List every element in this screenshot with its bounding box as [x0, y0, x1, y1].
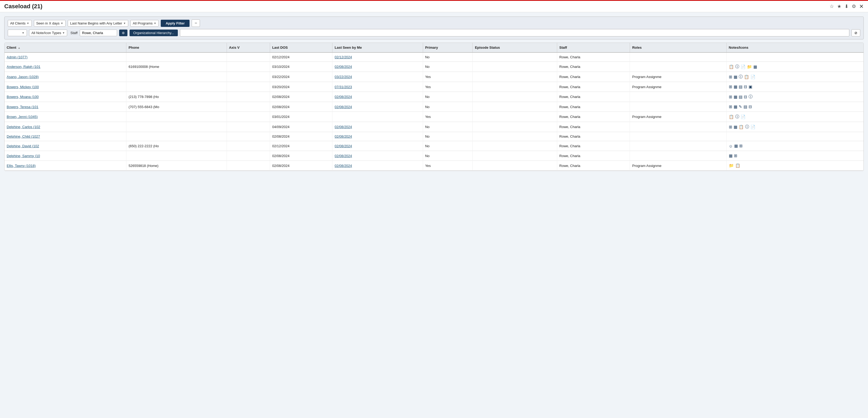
last-seen-link[interactable]: 02/08/2024 — [335, 164, 352, 168]
cell-axis-v — [226, 132, 270, 141]
col-last-seen[interactable]: Last Seen by Me — [333, 43, 423, 53]
staff-input[interactable] — [80, 30, 117, 36]
building-icon[interactable]: ⊞ — [729, 75, 732, 79]
org-hierarchy-button[interactable]: Organizational Hierarchy... — [130, 30, 178, 36]
building-icon[interactable]: ⊞ — [729, 104, 732, 109]
last-seen-link[interactable]: 02/08/2024 — [335, 125, 352, 129]
staff-funnel-button[interactable]: ⊛ — [119, 30, 127, 36]
clipboard-icon[interactable]: 📋 — [729, 64, 734, 69]
clipboard2-icon[interactable]: 📄 — [741, 114, 746, 119]
programs-dropdown[interactable]: All Programs ▼ — [130, 20, 159, 27]
folder-icon[interactable]: 📁 — [747, 64, 752, 69]
building-icon[interactable]: ⊞ — [729, 95, 732, 99]
last-seen-link[interactable]: 02/08/2024 — [335, 144, 352, 148]
building-icon[interactable]: ⊞ — [734, 153, 737, 158]
client-link[interactable]: Ellis, Tawny (1018) — [7, 164, 36, 168]
info-icon[interactable]: ⓘ — [749, 94, 752, 99]
last-seen-link[interactable]: 02/08/2024 — [335, 134, 352, 138]
cell-notes-icons: ⊞▦▤⊟▣ — [726, 82, 864, 92]
client-link[interactable]: Delphine, Carlos (102 — [7, 125, 40, 129]
last-seen-link[interactable]: 02/08/2024 — [335, 95, 352, 99]
client-link[interactable]: Asano, Jason (1028) — [7, 75, 39, 79]
collapse-button[interactable]: − — [192, 20, 200, 27]
filter-row-2: ▼ All Note/Icon Types ▼ Staff ⊛ Organiza… — [8, 29, 860, 36]
last-seen-link[interactable]: 02/08/2024 — [335, 154, 352, 158]
col-last-dos[interactable]: Last DOS — [270, 43, 332, 53]
clipboard2-icon[interactable]: 📄 — [750, 125, 755, 129]
clipboard-icon[interactable]: 📋 — [735, 163, 740, 168]
client-link[interactable]: Bowers, Moana (100 — [7, 95, 39, 99]
grid-icon[interactable]: ▦ — [734, 75, 737, 79]
lastname-dropdown[interactable]: Last Name Begins with Any Letter ▼ — [68, 20, 128, 27]
blank-dropdown[interactable]: ▼ — [8, 30, 27, 36]
grid-icon[interactable]: ▦ — [734, 104, 737, 109]
close-icon[interactable]: ✕ — [859, 3, 864, 9]
last-seen-link[interactable]: 02/08/2024 — [335, 65, 352, 69]
folder-icon[interactable]: 📁 — [729, 163, 734, 168]
clipboard2-icon[interactable]: 📄 — [741, 64, 746, 69]
clipboard-icon[interactable]: 📋 — [739, 125, 744, 129]
building2-icon[interactable]: ⊟ — [744, 84, 747, 89]
col-notes-icons[interactable]: Notes/Icons — [726, 43, 864, 53]
pin-icon[interactable]: ✎ — [739, 104, 742, 109]
apply-filter-button[interactable]: Apply Filter — [161, 20, 190, 27]
client-link[interactable]: Anderson, Ralph (101 — [7, 65, 40, 69]
col-episode-status[interactable]: Episode Status — [473, 43, 557, 53]
client-link[interactable]: Delphine, Sammy (10 — [7, 154, 40, 158]
download-icon[interactable]: ⬇ — [844, 3, 848, 9]
seen-dropdown[interactable]: Seen in X days ▼ — [34, 20, 66, 27]
col-axis-v[interactable]: Axis V — [226, 43, 270, 53]
table-row: Bowers, Mickey (10003/20/202407/31/2023Y… — [4, 82, 864, 92]
note-types-dropdown[interactable]: All Note/Icon Types ▼ — [29, 30, 67, 36]
client-link[interactable]: Bowers, Teresa (101 — [7, 105, 38, 109]
info-icon[interactable]: ⓘ — [735, 114, 739, 119]
client-link[interactable]: Admin (1077) — [7, 55, 27, 59]
client-link[interactable]: Brown, Jenni (1045) — [7, 115, 38, 119]
grid-icon[interactable]: ▦ — [734, 143, 738, 148]
building2-icon[interactable]: ⊟ — [749, 104, 752, 109]
client-link[interactable]: Delphine, David (102 — [7, 144, 39, 148]
cell-last-seen: 03/22/2024 — [333, 72, 423, 82]
info-icon[interactable]: ⓘ — [739, 74, 743, 79]
grid3-icon[interactable]: ▣ — [749, 84, 752, 89]
clear-hierarchy-button[interactable]: ⊘ — [851, 29, 860, 36]
star-outline-icon[interactable]: ☆ — [830, 3, 834, 9]
client-link[interactable]: Delphine, Child (1027 — [7, 134, 40, 138]
clipboard-icon[interactable]: 📋 — [744, 75, 749, 79]
col-client[interactable]: Client ▲ — [4, 43, 126, 53]
cell-last-seen: 02/08/2024 — [333, 102, 423, 112]
clipboard-icon[interactable]: 📋 — [729, 114, 734, 119]
building2-icon[interactable]: ⊟ — [744, 95, 747, 99]
cell-primary: No — [423, 92, 473, 102]
building-icon[interactable]: ⊞ — [729, 84, 732, 89]
grid-icon[interactable]: ▦ — [734, 84, 737, 89]
last-seen-link[interactable]: 07/31/2023 — [335, 85, 352, 89]
info-icon[interactable]: ⓘ — [745, 124, 749, 129]
grid-icon[interactable]: ▦ — [734, 125, 737, 129]
last-seen-link[interactable]: 03/22/2024 — [335, 75, 352, 79]
col-roles[interactable]: Roles — [630, 43, 726, 53]
clients-dropdown[interactable]: All Clients ▼ — [8, 20, 32, 27]
settings-icon[interactable]: ⚙ — [852, 3, 856, 9]
col-phone[interactable]: Phone — [126, 43, 227, 53]
grid-icon[interactable]: ▦ — [729, 153, 733, 158]
cell-staff: Rowe, Charla — [557, 161, 630, 171]
star-filled-icon[interactable]: ★ — [837, 3, 841, 9]
info-icon[interactable]: ⓘ — [735, 64, 739, 69]
cell-client: Delphine, Sammy (10 — [4, 151, 126, 161]
grid2-icon[interactable]: ▤ — [739, 84, 742, 89]
col-primary[interactable]: Primary — [423, 43, 473, 53]
smiley-icon[interactable]: ☺ — [729, 144, 733, 148]
cell-last-seen: 02/12/2024 — [333, 53, 423, 62]
last-seen-link[interactable]: 02/12/2024 — [335, 55, 352, 59]
grid-icon[interactable]: ▦ — [734, 95, 737, 99]
building-icon[interactable]: ⊞ — [729, 125, 732, 129]
grid2-icon[interactable]: ▤ — [744, 104, 747, 109]
grid2-icon[interactable]: ▤ — [739, 95, 742, 99]
grid-icon[interactable]: ▦ — [753, 64, 757, 69]
building-icon[interactable]: ⊞ — [739, 143, 743, 148]
clipboard2-icon[interactable]: 📄 — [750, 75, 755, 79]
col-staff[interactable]: Staff — [557, 43, 630, 53]
client-link[interactable]: Bowers, Mickey (100 — [7, 85, 39, 89]
last-seen-link[interactable]: 02/08/2024 — [335, 105, 352, 109]
